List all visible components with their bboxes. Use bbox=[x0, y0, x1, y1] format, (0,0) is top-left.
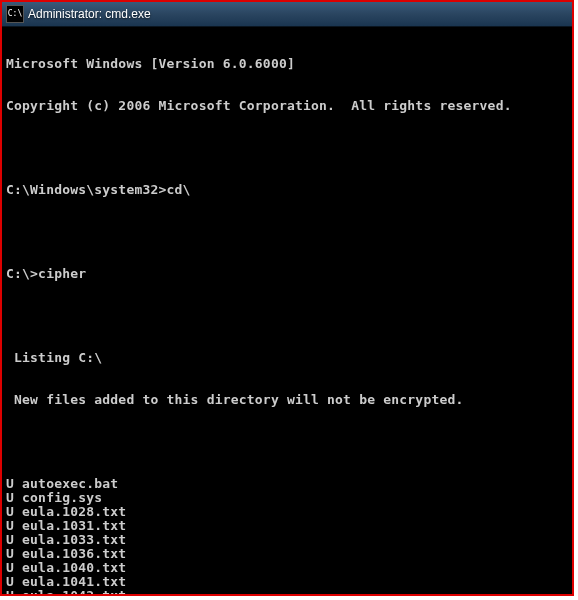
file-entry: U config.sys bbox=[6, 491, 568, 505]
file-entry: U eula.1033.txt bbox=[6, 533, 568, 547]
prompt-prefix: C:\Windows\system32> bbox=[6, 182, 167, 197]
prompt-command: cd\ bbox=[167, 182, 191, 197]
terminal-output[interactable]: Microsoft Windows [Version 6.0.6000] Cop… bbox=[2, 27, 572, 594]
prompt-command: cipher bbox=[38, 266, 86, 281]
file-entry: U eula.1031.txt bbox=[6, 519, 568, 533]
blank-line bbox=[6, 309, 568, 323]
cmd-icon: C:\ bbox=[6, 5, 24, 23]
file-entry: U autoexec.bat bbox=[6, 477, 568, 491]
prompt-line-2: C:\>cipher bbox=[6, 267, 568, 281]
blank-line bbox=[6, 435, 568, 449]
blank-line bbox=[6, 141, 568, 155]
blank-line bbox=[6, 225, 568, 239]
titlebar[interactable]: C:\ Administrator: cmd.exe bbox=[2, 2, 572, 27]
file-entry: U eula.1042.txt bbox=[6, 589, 568, 594]
file-list: U autoexec.batU config.sysU eula.1028.tx… bbox=[6, 477, 568, 594]
prompt-line-1: C:\Windows\system32>cd\ bbox=[6, 183, 568, 197]
window-title: Administrator: cmd.exe bbox=[28, 7, 568, 21]
cmd-window: C:\ Administrator: cmd.exe Microsoft Win… bbox=[2, 2, 572, 594]
cipher-notice: New files added to this directory will n… bbox=[6, 393, 568, 407]
prompt-prefix: C:\> bbox=[6, 266, 38, 281]
cipher-listing: Listing C:\ bbox=[6, 351, 568, 365]
file-entry: U eula.1036.txt bbox=[6, 547, 568, 561]
header-line-2: Copyright (c) 2006 Microsoft Corporation… bbox=[6, 99, 568, 113]
screenshot-border: C:\ Administrator: cmd.exe Microsoft Win… bbox=[0, 0, 574, 596]
file-entry: U eula.1028.txt bbox=[6, 505, 568, 519]
header-line-1: Microsoft Windows [Version 6.0.6000] bbox=[6, 57, 568, 71]
file-entry: U eula.1040.txt bbox=[6, 561, 568, 575]
file-entry: U eula.1041.txt bbox=[6, 575, 568, 589]
